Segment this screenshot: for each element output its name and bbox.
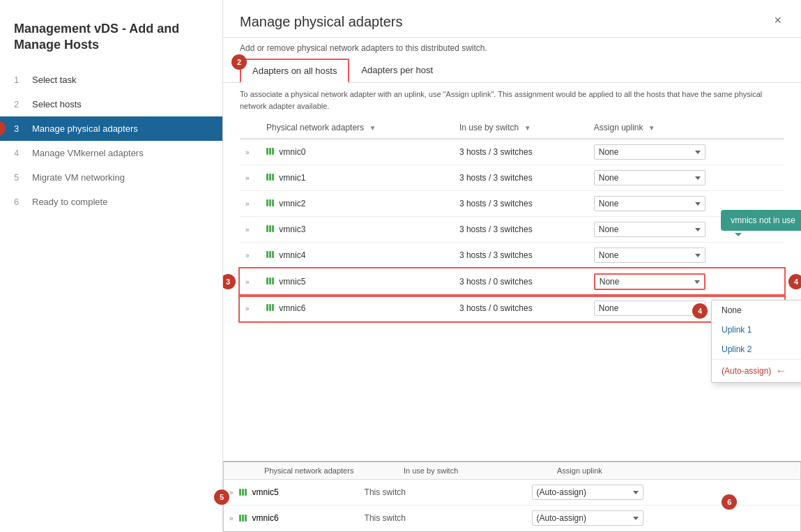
adapter-filter-icon[interactable]: ▼ [369, 124, 376, 132]
adapters-table: Physical network adapters ▼ In use by sw… [240, 117, 784, 321]
main-content: 2 Manage physical adapters × Add or remo… [223, 0, 801, 532]
expand-icon-vmnic1[interactable]: » [245, 174, 250, 182]
uplink-cell-vmnic5: 4 NoneUplink 1Uplink 2(Auto-assign) [588, 268, 784, 296]
dialog-subtitle: Add or remove physical network adapters … [223, 38, 801, 59]
sidebar-item-select-task[interactable]: 1 Select task [0, 68, 222, 92]
sidebar-item-ready[interactable]: 6 Ready to complete [0, 190, 222, 214]
sidebar-label-6: Ready to complete [32, 197, 107, 207]
overlay-expand-vmnic5[interactable]: » [229, 489, 234, 496]
dialog-header: Manage physical adapters × [223, 0, 801, 38]
step-number-2: 2 [14, 99, 25, 109]
dialog-title: Manage physical adapters [240, 14, 402, 30]
table-row: » vmnic0 3 hosts / 3 switches NoneUplink… [240, 139, 784, 165]
inuse-cell-vmnic3: 3 hosts / 3 switches [454, 217, 588, 243]
uplink-cell-vmnic3: NoneUplink 1Uplink 2(Auto-assign) vmnics… [588, 217, 784, 243]
tab-note: To associate a physical network adapter … [223, 83, 801, 117]
adapter-cell-vmnic0: vmnic0 [261, 139, 454, 165]
dropdown-option-auto[interactable]: (Auto-assign) ← [712, 359, 801, 382]
nic-icon-vmnic0 [266, 148, 274, 155]
nic-icon-vmnic4 [266, 251, 274, 258]
table-row: » vmnic3 3 hosts / 3 switches NoneUplink… [240, 217, 784, 243]
overlay-name-vmnic6: vmnic6 [252, 513, 279, 523]
uplink-filter-icon[interactable]: ▼ [648, 124, 655, 132]
nic-icon-vmnic6 [266, 304, 274, 311]
expand-icon-vmnic2[interactable]: » [245, 200, 250, 208]
sidebar-item-migrate-vm[interactable]: 5 Migrate VM networking [0, 165, 222, 190]
sidebar-label-1: Select task [32, 75, 77, 85]
sidebar-item-manage-physical[interactable]: 3 Manage physical adapters 1 [0, 116, 222, 141]
tabs-container: Adapters on all hosts Adapters per host [223, 59, 801, 83]
step-number-1: 1 [14, 75, 25, 85]
dropdown-option-uplink2[interactable]: Uplink 2 [712, 340, 801, 359]
inuse-cell-vmnic0: 3 hosts / 3 switches [454, 139, 588, 165]
annotation-badge-4b: 4 [692, 303, 708, 319]
sidebar-label-2: Select hosts [32, 99, 82, 109]
overlay-row-vmnic5: » vmnic5 This switch (Auto-assign)NoneUp… [224, 480, 800, 506]
sidebar-steps: 1 Select task 2 Select hosts 3 Manage ph… [0, 68, 222, 214]
overlay-uplink-vmnic6: (Auto-assign)NoneUplink 1Uplink 2 [532, 510, 795, 526]
overlay-switch-vmnic5: This switch [365, 487, 532, 497]
overlay-row-vmnic6: » vmnic6 This switch (Auto-assign)NoneUp… [224, 506, 800, 531]
sidebar-label-4: Manage VMkernel adapters [32, 148, 144, 158]
inuse-filter-icon[interactable]: ▼ [524, 124, 531, 132]
sidebar-label-5: Migrate VM networking [32, 172, 125, 183]
expand-icon-vmnic6[interactable]: » [245, 305, 250, 312]
expand-icon-vmnic3[interactable]: » [245, 226, 250, 234]
annotation-badge-5: 5 [214, 489, 229, 505]
step-number-3: 3 [14, 123, 25, 134]
nic-icon-vmnic3 [266, 225, 274, 232]
table-row: » 3 vmnic5 3 hosts / 0 switches 4 [240, 268, 784, 296]
nic-icon-vmnic5 [266, 278, 274, 284]
overlay-nic-icon-vmnic5 [239, 489, 247, 496]
uplink-select-vmnic1[interactable]: NoneUplink 1Uplink 2(Auto-assign) [594, 170, 705, 185]
overlay-uplink-select-vmnic5[interactable]: (Auto-assign)NoneUplink 1Uplink 2 [532, 485, 643, 500]
uplink-select-vmnic0[interactable]: NoneUplink 1Uplink 2(Auto-assign) [594, 144, 705, 160]
overlay-uplink-select-vmnic6[interactable]: (Auto-assign)NoneUplink 1Uplink 2 [532, 510, 643, 526]
tooltip-vmnics-not-in-use: vmnics not in use [721, 210, 801, 231]
table-row: » vmnic2 3 hosts / 3 switches NoneUplink… [240, 191, 784, 217]
col-expand [240, 117, 261, 139]
annotation-badge-2: 2 [231, 54, 247, 70]
bottom-overlay: Physical network adapters In use by swit… [223, 461, 801, 532]
annotation-badge-4: 4 [788, 274, 801, 289]
uplink-select-vmnic3[interactable]: NoneUplink 1Uplink 2(Auto-assign) [594, 222, 705, 237]
adapter-cell-vmnic2: vmnic2 [261, 191, 454, 217]
expand-icon-vmnic0[interactable]: » [245, 149, 250, 156]
sidebar-item-manage-vmkernel[interactable]: 4 Manage VMkernel adapters [0, 141, 222, 165]
expand-icon-vmnic4[interactable]: » [245, 252, 250, 259]
inuse-cell-vmnic4: 3 hosts / 3 switches [454, 243, 588, 268]
adapter-cell-vmnic6: vmnic6 [261, 296, 454, 321]
app-title: Management vDS - Add and Manage Hosts [0, 14, 222, 68]
annotation-badge-3: 3 [223, 274, 236, 289]
dropdown-popup: 4 None Uplink 1 Uplink 2 (Auto-assign) ← [711, 300, 801, 383]
step-number-6: 6 [14, 197, 25, 207]
dropdown-option-uplink1[interactable]: Uplink 1 [712, 320, 801, 340]
inuse-cell-vmnic5: 3 hosts / 0 switches [454, 268, 588, 296]
tab-all-hosts[interactable]: Adapters on all hosts [240, 59, 349, 83]
uplink-cell-vmnic4: NoneUplink 1Uplink 2(Auto-assign) [588, 243, 784, 268]
annotation-badge-1: 1 [0, 121, 6, 136]
table-row: » vmnic1 3 hosts / 3 switches NoneUplink… [240, 165, 784, 191]
uplink-select-vmnic4[interactable]: NoneUplink 1Uplink 2(Auto-assign) [594, 248, 705, 263]
uplink-cell-vmnic0: NoneUplink 1Uplink 2(Auto-assign) [588, 139, 784, 165]
sidebar-item-select-hosts[interactable]: 2 Select hosts [0, 92, 222, 116]
inuse-cell-vmnic6: 3 hosts / 0 switches [454, 296, 588, 321]
col-uplink: Assign uplink ▼ [588, 117, 784, 139]
overlay-switch-vmnic6: This switch [365, 513, 532, 523]
uplink-select-vmnic2[interactable]: NoneUplink 1Uplink 2(Auto-assign) [594, 196, 705, 211]
overlay-expand-vmnic6[interactable]: » [229, 515, 234, 522]
adapter-cell-vmnic1: vmnic1 [261, 165, 454, 191]
tab-per-host[interactable]: Adapters per host [349, 59, 445, 83]
nic-icon-vmnic2 [266, 199, 274, 206]
uplink-select-vmnic5[interactable]: NoneUplink 1Uplink 2(Auto-assign) [594, 273, 705, 290]
tab-all-hosts-label: Adapters on all hosts [252, 66, 337, 76]
col-adapter: Physical network adapters ▼ [261, 117, 454, 139]
uplink-select-vmnic6[interactable]: NoneUplink 1Uplink 2(Auto-assign) [594, 301, 705, 316]
inuse-cell-vmnic1: 3 hosts / 3 switches [454, 165, 588, 191]
step-number-4: 4 [14, 148, 25, 158]
overlay-nic-icon-vmnic6 [239, 515, 247, 522]
dropdown-option-none[interactable]: None [712, 301, 801, 320]
expand-icon-vmnic5[interactable]: » [245, 278, 250, 286]
close-button[interactable]: × [771, 14, 784, 26]
inuse-cell-vmnic2: 3 hosts / 3 switches [454, 191, 588, 217]
